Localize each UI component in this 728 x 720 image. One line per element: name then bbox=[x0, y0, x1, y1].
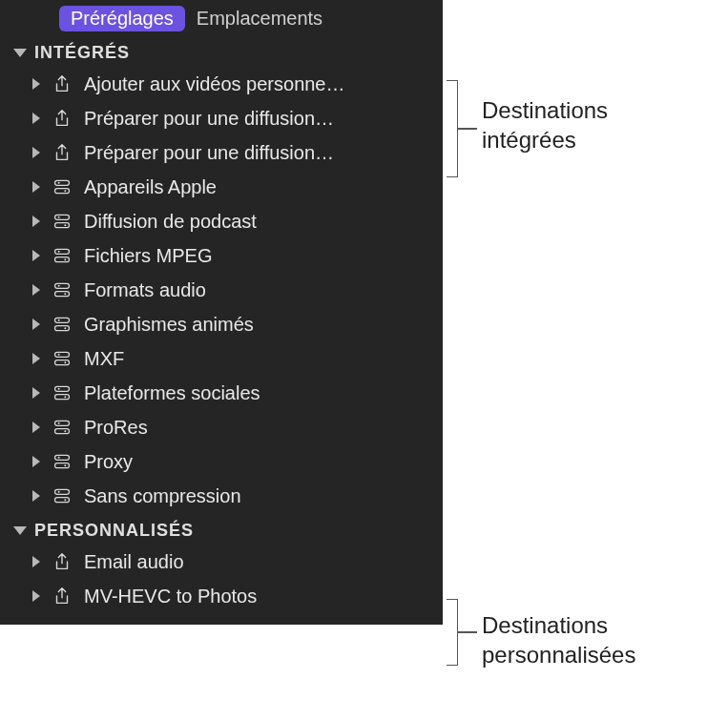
svg-rect-5 bbox=[55, 223, 70, 228]
chevron-right-icon bbox=[32, 147, 40, 158]
svg-rect-29 bbox=[55, 429, 70, 434]
chevron-right-icon bbox=[32, 422, 40, 433]
svg-point-30 bbox=[58, 422, 60, 424]
item-label: Graphismes animés bbox=[84, 314, 254, 336]
chevron-right-icon bbox=[32, 181, 40, 193]
annotation-bracket-custom bbox=[447, 599, 458, 666]
item-label: Proxy bbox=[84, 451, 133, 473]
item-label: Sans compression bbox=[84, 485, 241, 507]
svg-point-15 bbox=[64, 293, 66, 295]
svg-point-10 bbox=[58, 251, 60, 253]
list-item[interactable]: MV-HEVC to Photos bbox=[0, 579, 443, 613]
svg-rect-9 bbox=[55, 257, 70, 262]
svg-rect-12 bbox=[55, 283, 70, 288]
list-item[interactable]: Appareils Apple bbox=[0, 170, 443, 204]
section-title-builtin: INTÉGRÉS bbox=[34, 43, 130, 63]
chevron-right-icon bbox=[32, 590, 40, 602]
svg-rect-33 bbox=[55, 463, 70, 468]
svg-rect-0 bbox=[55, 180, 70, 185]
section-header-custom[interactable]: PERSONNALISÉS bbox=[0, 513, 443, 545]
svg-point-3 bbox=[64, 190, 66, 192]
item-label: Ajouter aux vidéos personne… bbox=[84, 73, 345, 95]
svg-rect-17 bbox=[55, 326, 70, 331]
chevron-right-icon bbox=[32, 456, 40, 467]
chevron-right-icon bbox=[32, 216, 40, 227]
list-item[interactable]: Proxy bbox=[0, 444, 443, 479]
annotation-builtin: Destinationsintégrées bbox=[482, 95, 608, 154]
item-label: Formats audio bbox=[84, 279, 206, 301]
chevron-right-icon bbox=[32, 78, 40, 90]
svg-point-18 bbox=[58, 319, 60, 321]
chevron-down-icon bbox=[13, 526, 27, 535]
annotation-connector-custom bbox=[458, 631, 477, 633]
svg-rect-36 bbox=[55, 489, 70, 494]
chevron-right-icon bbox=[32, 250, 40, 261]
presets-sidebar: Préréglages Emplacements INTÉGRÉS Ajoute… bbox=[0, 0, 443, 625]
chevron-right-icon bbox=[32, 556, 40, 567]
svg-point-38 bbox=[58, 491, 60, 493]
custom-items: Email audioMV-HEVC to Photos bbox=[0, 545, 443, 613]
list-item[interactable]: Préparer pour une diffusion… bbox=[0, 135, 443, 170]
chevron-right-icon bbox=[32, 353, 40, 364]
svg-point-6 bbox=[58, 216, 60, 218]
list-item[interactable]: Formats audio bbox=[0, 273, 443, 307]
list-item[interactable]: Sans compression bbox=[0, 479, 443, 513]
svg-point-26 bbox=[58, 388, 60, 390]
share-icon bbox=[50, 72, 74, 96]
list-item[interactable]: ProRes bbox=[0, 410, 443, 444]
item-label: Appareils Apple bbox=[84, 176, 217, 198]
tab-locations[interactable]: Emplacements bbox=[185, 6, 334, 31]
svg-rect-4 bbox=[55, 215, 70, 219]
annotation-bracket-builtin bbox=[447, 80, 458, 177]
svg-point-2 bbox=[58, 182, 60, 184]
annotation-connector-builtin bbox=[458, 128, 477, 130]
list-item[interactable]: Email audio bbox=[0, 545, 443, 579]
annotation-custom: Destinationspersonnalisées bbox=[482, 610, 635, 669]
list-item[interactable]: Graphismes animés bbox=[0, 307, 443, 341]
preset-sliders-icon bbox=[50, 449, 74, 474]
chevron-right-icon bbox=[32, 319, 40, 330]
tab-presets[interactable]: Préréglages bbox=[59, 6, 185, 31]
section-header-builtin[interactable]: INTÉGRÉS bbox=[0, 35, 443, 67]
svg-rect-20 bbox=[55, 352, 70, 357]
svg-rect-25 bbox=[55, 395, 70, 400]
svg-rect-8 bbox=[55, 249, 70, 254]
item-label: MV-HEVC to Photos bbox=[84, 586, 257, 607]
list-item[interactable]: Fichiers MPEG bbox=[0, 238, 443, 273]
list-item[interactable]: Plateformes sociales bbox=[0, 376, 443, 410]
preset-sliders-icon bbox=[50, 415, 74, 440]
item-label: ProRes bbox=[84, 417, 148, 439]
preset-sliders-icon bbox=[50, 312, 74, 337]
preset-sliders-icon bbox=[50, 278, 74, 302]
list-item[interactable]: Diffusion de podcast bbox=[0, 204, 443, 238]
svg-rect-16 bbox=[55, 318, 70, 322]
preset-sliders-icon bbox=[50, 483, 74, 508]
share-icon bbox=[50, 106, 74, 131]
item-label: Diffusion de podcast bbox=[84, 211, 257, 233]
svg-point-19 bbox=[64, 327, 66, 329]
svg-rect-37 bbox=[55, 498, 70, 503]
svg-point-27 bbox=[64, 396, 66, 398]
svg-point-22 bbox=[58, 354, 60, 356]
svg-rect-21 bbox=[55, 360, 70, 365]
share-icon bbox=[50, 584, 74, 608]
svg-rect-24 bbox=[55, 386, 70, 391]
list-item[interactable]: Préparer pour une diffusion… bbox=[0, 101, 443, 135]
item-label: MXF bbox=[84, 348, 124, 370]
item-label: Plateformes sociales bbox=[84, 382, 260, 404]
preset-sliders-icon bbox=[50, 209, 74, 234]
builtin-items: Ajouter aux vidéos personne…Préparer pou… bbox=[0, 67, 443, 513]
svg-point-35 bbox=[64, 464, 66, 466]
list-item[interactable]: Ajouter aux vidéos personne… bbox=[0, 67, 443, 101]
svg-point-14 bbox=[58, 285, 60, 287]
share-icon bbox=[50, 140, 74, 165]
item-label: Fichiers MPEG bbox=[84, 245, 212, 267]
svg-point-34 bbox=[58, 457, 60, 459]
share-icon bbox=[50, 549, 74, 574]
preset-sliders-icon bbox=[50, 381, 74, 405]
svg-rect-28 bbox=[55, 421, 70, 425]
svg-point-7 bbox=[64, 224, 66, 226]
list-item[interactable]: MXF bbox=[0, 341, 443, 376]
svg-rect-32 bbox=[55, 455, 70, 460]
svg-point-39 bbox=[64, 499, 66, 501]
